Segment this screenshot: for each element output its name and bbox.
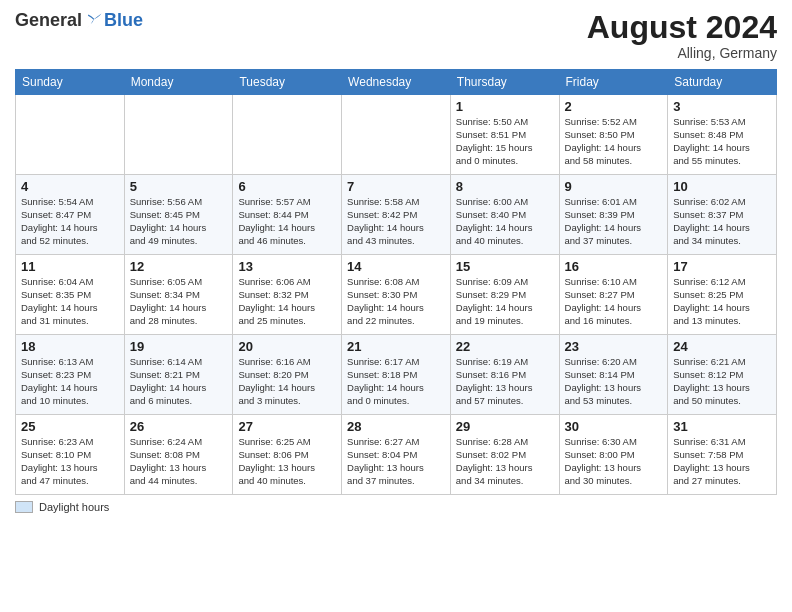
day-number-30: 30 xyxy=(565,419,663,434)
legend-color-box xyxy=(15,501,33,513)
header-wednesday: Wednesday xyxy=(342,70,451,95)
cell-info-23: Sunrise: 6:20 AM Sunset: 8:14 PM Dayligh… xyxy=(565,356,663,407)
day-number-16: 16 xyxy=(565,259,663,274)
cell-0-6: 3Sunrise: 5:53 AM Sunset: 8:48 PM Daylig… xyxy=(668,95,777,175)
header-tuesday: Tuesday xyxy=(233,70,342,95)
cell-info-24: Sunrise: 6:21 AM Sunset: 8:12 PM Dayligh… xyxy=(673,356,771,407)
cell-1-6: 10Sunrise: 6:02 AM Sunset: 8:37 PM Dayli… xyxy=(668,175,777,255)
cell-4-5: 30Sunrise: 6:30 AM Sunset: 8:00 PM Dayli… xyxy=(559,415,668,495)
cell-3-1: 19Sunrise: 6:14 AM Sunset: 8:21 PM Dayli… xyxy=(124,335,233,415)
cell-info-30: Sunrise: 6:30 AM Sunset: 8:00 PM Dayligh… xyxy=(565,436,663,487)
cell-info-8: Sunrise: 6:00 AM Sunset: 8:40 PM Dayligh… xyxy=(456,196,554,247)
day-number-17: 17 xyxy=(673,259,771,274)
day-number-23: 23 xyxy=(565,339,663,354)
cell-info-7: Sunrise: 5:58 AM Sunset: 8:42 PM Dayligh… xyxy=(347,196,445,247)
cell-info-5: Sunrise: 5:56 AM Sunset: 8:45 PM Dayligh… xyxy=(130,196,228,247)
day-number-27: 27 xyxy=(238,419,336,434)
cell-1-5: 9Sunrise: 6:01 AM Sunset: 8:39 PM Daylig… xyxy=(559,175,668,255)
cell-info-29: Sunrise: 6:28 AM Sunset: 8:02 PM Dayligh… xyxy=(456,436,554,487)
cell-info-6: Sunrise: 5:57 AM Sunset: 8:44 PM Dayligh… xyxy=(238,196,336,247)
legend: Daylight hours xyxy=(15,501,777,513)
day-number-31: 31 xyxy=(673,419,771,434)
day-number-6: 6 xyxy=(238,179,336,194)
logo-general-text: General xyxy=(15,10,82,31)
cell-info-12: Sunrise: 6:05 AM Sunset: 8:34 PM Dayligh… xyxy=(130,276,228,327)
cell-info-18: Sunrise: 6:13 AM Sunset: 8:23 PM Dayligh… xyxy=(21,356,119,407)
day-number-28: 28 xyxy=(347,419,445,434)
cell-info-26: Sunrise: 6:24 AM Sunset: 8:08 PM Dayligh… xyxy=(130,436,228,487)
week-row-5: 25Sunrise: 6:23 AM Sunset: 8:10 PM Dayli… xyxy=(16,415,777,495)
cell-info-13: Sunrise: 6:06 AM Sunset: 8:32 PM Dayligh… xyxy=(238,276,336,327)
cell-2-6: 17Sunrise: 6:12 AM Sunset: 8:25 PM Dayli… xyxy=(668,255,777,335)
cell-1-0: 4Sunrise: 5:54 AM Sunset: 8:47 PM Daylig… xyxy=(16,175,125,255)
cell-info-10: Sunrise: 6:02 AM Sunset: 8:37 PM Dayligh… xyxy=(673,196,771,247)
header-saturday: Saturday xyxy=(668,70,777,95)
cell-3-5: 23Sunrise: 6:20 AM Sunset: 8:14 PM Dayli… xyxy=(559,335,668,415)
day-number-13: 13 xyxy=(238,259,336,274)
cell-2-5: 16Sunrise: 6:10 AM Sunset: 8:27 PM Dayli… xyxy=(559,255,668,335)
cell-info-17: Sunrise: 6:12 AM Sunset: 8:25 PM Dayligh… xyxy=(673,276,771,327)
cell-info-4: Sunrise: 5:54 AM Sunset: 8:47 PM Dayligh… xyxy=(21,196,119,247)
week-row-4: 18Sunrise: 6:13 AM Sunset: 8:23 PM Dayli… xyxy=(16,335,777,415)
cell-info-19: Sunrise: 6:14 AM Sunset: 8:21 PM Dayligh… xyxy=(130,356,228,407)
cell-2-1: 12Sunrise: 6:05 AM Sunset: 8:34 PM Dayli… xyxy=(124,255,233,335)
day-number-8: 8 xyxy=(456,179,554,194)
day-number-3: 3 xyxy=(673,99,771,114)
cell-0-5: 2Sunrise: 5:52 AM Sunset: 8:50 PM Daylig… xyxy=(559,95,668,175)
cell-4-2: 27Sunrise: 6:25 AM Sunset: 8:06 PM Dayli… xyxy=(233,415,342,495)
cell-info-27: Sunrise: 6:25 AM Sunset: 8:06 PM Dayligh… xyxy=(238,436,336,487)
header-sunday: Sunday xyxy=(16,70,125,95)
week-row-3: 11Sunrise: 6:04 AM Sunset: 8:35 PM Dayli… xyxy=(16,255,777,335)
cell-0-1 xyxy=(124,95,233,175)
day-number-5: 5 xyxy=(130,179,228,194)
cell-info-16: Sunrise: 6:10 AM Sunset: 8:27 PM Dayligh… xyxy=(565,276,663,327)
logo-bird-icon xyxy=(84,11,104,31)
day-number-14: 14 xyxy=(347,259,445,274)
days-header-row: Sunday Monday Tuesday Wednesday Thursday… xyxy=(16,70,777,95)
header-thursday: Thursday xyxy=(450,70,559,95)
day-number-19: 19 xyxy=(130,339,228,354)
cell-0-4: 1Sunrise: 5:50 AM Sunset: 8:51 PM Daylig… xyxy=(450,95,559,175)
header-friday: Friday xyxy=(559,70,668,95)
week-row-1: 1Sunrise: 5:50 AM Sunset: 8:51 PM Daylig… xyxy=(16,95,777,175)
cell-info-22: Sunrise: 6:19 AM Sunset: 8:16 PM Dayligh… xyxy=(456,356,554,407)
page: General Blue August 2024 Alling, Germany… xyxy=(0,0,792,612)
cell-2-3: 14Sunrise: 6:08 AM Sunset: 8:30 PM Dayli… xyxy=(342,255,451,335)
cell-1-1: 5Sunrise: 5:56 AM Sunset: 8:45 PM Daylig… xyxy=(124,175,233,255)
cell-info-28: Sunrise: 6:27 AM Sunset: 8:04 PM Dayligh… xyxy=(347,436,445,487)
cell-info-31: Sunrise: 6:31 AM Sunset: 7:58 PM Dayligh… xyxy=(673,436,771,487)
cell-3-3: 21Sunrise: 6:17 AM Sunset: 8:18 PM Dayli… xyxy=(342,335,451,415)
cell-0-2 xyxy=(233,95,342,175)
day-number-7: 7 xyxy=(347,179,445,194)
logo-blue-text: Blue xyxy=(104,10,143,31)
cell-info-2: Sunrise: 5:52 AM Sunset: 8:50 PM Dayligh… xyxy=(565,116,663,167)
cell-info-11: Sunrise: 6:04 AM Sunset: 8:35 PM Dayligh… xyxy=(21,276,119,327)
day-number-25: 25 xyxy=(21,419,119,434)
week-row-2: 4Sunrise: 5:54 AM Sunset: 8:47 PM Daylig… xyxy=(16,175,777,255)
logo: General Blue xyxy=(15,10,143,31)
cell-info-20: Sunrise: 6:16 AM Sunset: 8:20 PM Dayligh… xyxy=(238,356,336,407)
cell-3-6: 24Sunrise: 6:21 AM Sunset: 8:12 PM Dayli… xyxy=(668,335,777,415)
cell-info-15: Sunrise: 6:09 AM Sunset: 8:29 PM Dayligh… xyxy=(456,276,554,327)
cell-0-0 xyxy=(16,95,125,175)
cell-info-25: Sunrise: 6:23 AM Sunset: 8:10 PM Dayligh… xyxy=(21,436,119,487)
cell-1-3: 7Sunrise: 5:58 AM Sunset: 8:42 PM Daylig… xyxy=(342,175,451,255)
month-year: August 2024 xyxy=(587,10,777,45)
day-number-20: 20 xyxy=(238,339,336,354)
title-block: August 2024 Alling, Germany xyxy=(587,10,777,61)
cell-2-2: 13Sunrise: 6:06 AM Sunset: 8:32 PM Dayli… xyxy=(233,255,342,335)
cell-info-9: Sunrise: 6:01 AM Sunset: 8:39 PM Dayligh… xyxy=(565,196,663,247)
day-number-2: 2 xyxy=(565,99,663,114)
day-number-1: 1 xyxy=(456,99,554,114)
day-number-4: 4 xyxy=(21,179,119,194)
cell-1-2: 6Sunrise: 5:57 AM Sunset: 8:44 PM Daylig… xyxy=(233,175,342,255)
location: Alling, Germany xyxy=(587,45,777,61)
day-number-12: 12 xyxy=(130,259,228,274)
day-number-26: 26 xyxy=(130,419,228,434)
day-number-18: 18 xyxy=(21,339,119,354)
cell-info-14: Sunrise: 6:08 AM Sunset: 8:30 PM Dayligh… xyxy=(347,276,445,327)
day-number-24: 24 xyxy=(673,339,771,354)
cell-3-2: 20Sunrise: 6:16 AM Sunset: 8:20 PM Dayli… xyxy=(233,335,342,415)
cell-1-4: 8Sunrise: 6:00 AM Sunset: 8:40 PM Daylig… xyxy=(450,175,559,255)
cell-4-1: 26Sunrise: 6:24 AM Sunset: 8:08 PM Dayli… xyxy=(124,415,233,495)
